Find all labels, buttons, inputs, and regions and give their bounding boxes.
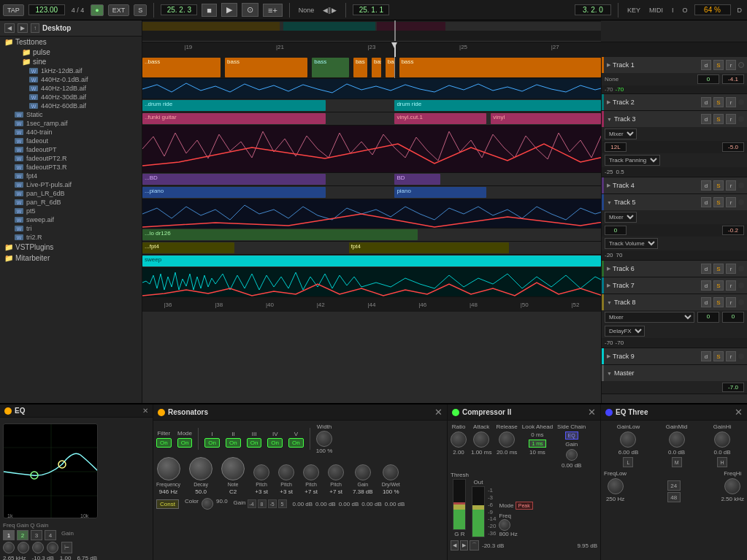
comp-attack-knob[interactable] (473, 431, 489, 448)
add-button[interactable]: ≡+ (263, 4, 283, 17)
resonators-gain-knob[interactable] (355, 464, 371, 480)
track-3-pan[interactable]: -5.0 (722, 142, 744, 152)
eq3-band24-btn[interactable]: 24 (667, 480, 681, 491)
eq-band-2-btn[interactable]: 2 (17, 530, 28, 540)
stop-button[interactable]: ■ (202, 4, 217, 17)
sidebar-file-panr[interactable]: Wpan_R_6dB (0, 198, 142, 207)
sidebar-file-fpt4[interactable]: Wfpt4 (0, 172, 142, 180)
resonators-filter-on[interactable]: On (156, 438, 172, 448)
track-8-device1-select[interactable]: Mixer (605, 312, 694, 323)
sidebar-file-tri2[interactable]: Wtri2.R (0, 233, 142, 242)
sidebar-file-ramp[interactable]: W1sec_ramp.aif (0, 119, 142, 128)
eq3-gainlow-knob[interactable] (620, 431, 636, 448)
track-3-fold[interactable]: ▼ (607, 117, 612, 122)
pos-display[interactable]: 25. 2. 3 (161, 4, 197, 15)
track-4-d-btn[interactable]: d (701, 180, 711, 191)
sidebar-folder-testtones[interactable]: 📁 Testtones (0, 37, 142, 47)
sidebar-file-static[interactable]: WStatic (0, 110, 142, 119)
track-5-d-btn[interactable]: d (701, 197, 711, 207)
eq-freq-knob[interactable] (3, 542, 15, 553)
track-8-fold[interactable]: ▼ (607, 300, 612, 305)
sidebar-file-panlr[interactable]: Wpan_LR_6dB (0, 189, 142, 198)
resonators-drywet-knob[interactable] (383, 464, 399, 480)
comp-mid-btn[interactable]: ⌒ (470, 540, 479, 551)
sidebar-file-1[interactable]: W1kHz-12dB.aif (0, 66, 142, 75)
ext-button[interactable]: EXT (108, 4, 130, 16)
sidebar-file-3[interactable]: W440Hz-12dB.aif (0, 84, 142, 93)
record-arm-button[interactable]: ● (91, 4, 103, 16)
eq3-band48-btn[interactable]: 48 (667, 492, 681, 502)
comp-out-btn[interactable]: ▶ (460, 540, 468, 551)
comp-ratio-knob[interactable] (451, 431, 467, 448)
loop-button[interactable]: ⊙ (242, 3, 258, 17)
comp-sidechain-gain-knob[interactable] (566, 449, 578, 461)
track-8-vol[interactable]: 0 (697, 312, 719, 323)
sidebar-file-pt5[interactable]: Wpt5 (0, 207, 142, 215)
track-3-device2-select[interactable]: Track Panning (605, 155, 660, 166)
track-6-d-btn[interactable]: d (701, 264, 711, 274)
eq-close-btn[interactable]: ✕ (142, 407, 148, 415)
eq3-gainmid-knob[interactable] (669, 431, 685, 448)
track-7-s-btn[interactable]: S (713, 280, 724, 291)
resonators-note-knob[interactable] (221, 457, 245, 480)
resonators-pitch-i-knob[interactable] (253, 464, 269, 480)
resonators-mode-on[interactable]: On (177, 438, 193, 448)
eq3-m-btn[interactable]: M (672, 457, 682, 467)
track-3-s-btn[interactable]: S (713, 114, 724, 124)
resonators-decay-knob[interactable] (189, 457, 212, 480)
master-vol[interactable]: -7.0 (722, 383, 744, 392)
resonators-close[interactable]: ✕ (434, 407, 443, 418)
track-9-fold[interactable]: ▶ (607, 353, 610, 359)
comp-sidechain-btn[interactable]: EQ (565, 431, 578, 440)
sidebar-file-sweep[interactable]: Wsweep.aif (0, 215, 142, 224)
track-9-s-btn[interactable]: S (713, 351, 724, 361)
track-5-device2-select[interactable]: Track Volume (605, 238, 658, 249)
sidebar-file-livept[interactable]: WLive-PT-puls.aif (0, 180, 142, 189)
tap-button[interactable]: TAP (3, 4, 24, 16)
track-4-s-btn[interactable]: S (713, 180, 724, 191)
track-3-device1-select[interactable]: Mixer (605, 129, 637, 139)
sidebar-folder-sine[interactable]: 📁 sine (0, 57, 142, 66)
track-5-s-btn[interactable]: S (713, 197, 724, 207)
eq3-freqlow-knob[interactable] (608, 478, 624, 494)
comp-freq-knob[interactable] (499, 519, 510, 531)
track-3-vol[interactable]: 12L (605, 142, 627, 152)
comp-lookahead1-btn[interactable]: 1 ms (529, 440, 545, 448)
track-8-r-btn[interactable]: r (726, 297, 736, 307)
eq3-freqhi-knob[interactable] (724, 478, 740, 494)
eq3-h-btn[interactable]: H (717, 457, 727, 467)
resonators-sect-iii[interactable]: On (247, 438, 262, 448)
resonators-pitch-ii-knob[interactable] (278, 464, 294, 480)
resonators-sect-iv[interactable]: On (267, 438, 283, 448)
resonators-pitch-val-1[interactable]: -4 (248, 499, 256, 508)
sidebar-folder-vst[interactable]: 📁 VSTPlugins (0, 242, 142, 253)
track-1-vol[interactable]: 0 (697, 74, 719, 84)
eq-filter-btn[interactable]: ⊢ (61, 542, 72, 553)
sidebar-folder-pulse[interactable]: 📁 pulse (0, 47, 142, 57)
track-5-r-btn[interactable]: r (726, 197, 736, 207)
pos3-display[interactable]: 3. 2. 0 (575, 4, 611, 15)
track-5-vol[interactable]: 0 (605, 226, 627, 235)
comp-mode-btn[interactable]: Peak (516, 502, 533, 510)
play-button[interactable]: ▶ (221, 3, 237, 17)
sidebar-nav-up[interactable]: ↑ (31, 23, 39, 33)
eq-band-1-btn[interactable]: 1 (3, 530, 15, 540)
sidebar-file-5[interactable]: W440Hz-60dB.aif (0, 101, 142, 110)
comp-in-btn[interactable]: ◀ (451, 540, 459, 551)
track-2-r-btn[interactable]: r (726, 97, 736, 107)
eq3-l-btn[interactable]: L (623, 457, 633, 467)
eq3-close[interactable]: ✕ (735, 407, 743, 418)
track-4-fold[interactable]: ▶ (607, 183, 610, 188)
sidebar-file-tri[interactable]: Wtri (0, 224, 142, 233)
track-6-fold[interactable]: ▶ (607, 266, 610, 272)
eq-gain-knob[interactable] (18, 542, 29, 553)
pos2-display[interactable]: 25. 1. 1 (353, 4, 389, 15)
track-3-d-btn[interactable]: d (701, 114, 711, 124)
track-3-r-btn[interactable]: r (726, 114, 736, 124)
track-6-s-btn[interactable]: S (713, 264, 724, 274)
comp-release-knob[interactable] (499, 431, 515, 448)
track-5-fold[interactable]: ▼ (607, 200, 612, 205)
track-2-fold[interactable]: ▶ (607, 99, 610, 105)
track-1-d-btn[interactable]: d (701, 60, 711, 70)
resonators-color-knob[interactable] (202, 498, 213, 510)
